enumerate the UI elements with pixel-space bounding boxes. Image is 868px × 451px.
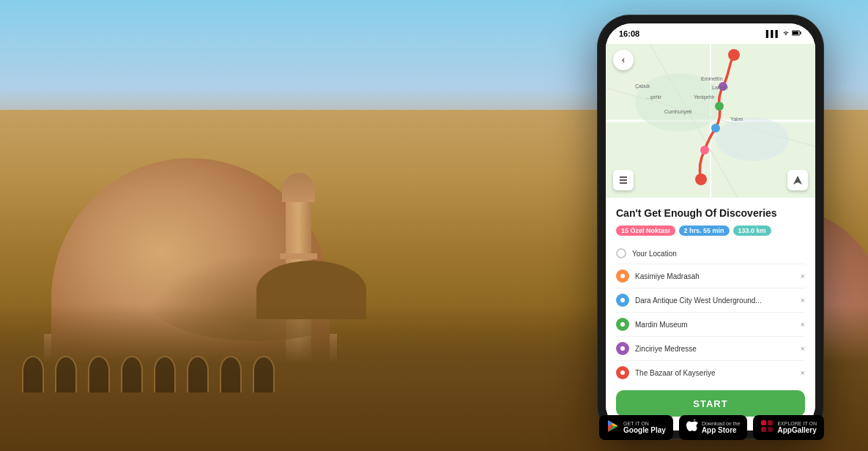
svg-text:Eminettîn: Eminettîn bbox=[701, 76, 723, 81]
svg-text:Yenişehir: Yenişehir bbox=[694, 94, 715, 100]
app-gallery-button[interactable]: EXPLORE IT ON AppGallery bbox=[753, 415, 824, 440]
app-store-text: Download on the App Store bbox=[702, 421, 741, 435]
svg-text:Çabuk: Çabuk bbox=[635, 83, 650, 89]
svg-point-28 bbox=[620, 322, 625, 327]
google-play-text: GET IT ON Google Play bbox=[623, 421, 666, 435]
svg-point-27 bbox=[620, 298, 625, 302]
stat-badge-stops: 15 Özel Noktası bbox=[616, 225, 675, 236]
signal-icon: ▌▌▌ bbox=[766, 30, 780, 37]
svg-rect-37 bbox=[768, 420, 773, 425]
location-marker-3 bbox=[616, 318, 629, 331]
map-back-button[interactable]: ‹ bbox=[613, 50, 634, 70]
status-icons: ▌▌▌ bbox=[766, 30, 802, 37]
svg-text:Cumhuriyeti: Cumhuriyeti bbox=[664, 109, 692, 115]
location-item-start: Your Location bbox=[616, 243, 805, 264]
location-name-4: Zinciriye Medresse bbox=[635, 345, 795, 353]
svg-text:...şehir: ...şehir bbox=[646, 94, 662, 100]
svg-rect-25 bbox=[620, 182, 627, 184]
svg-marker-22 bbox=[793, 176, 802, 184]
route-title: Can't Get Enough Of Discoveries bbox=[616, 206, 805, 220]
app-gallery-text: EXPLORE IT ON AppGallery bbox=[777, 421, 817, 435]
svg-point-8 bbox=[716, 117, 789, 161]
svg-point-9 bbox=[695, 174, 707, 185]
stat-badge-distance: 133.0 km bbox=[733, 225, 771, 236]
app-stores: GET IT ON Google Play Download on the Ap… bbox=[599, 415, 824, 440]
stat-badge-time: 2 hrs. 55 min bbox=[679, 225, 730, 236]
location-marker-4 bbox=[616, 342, 629, 355]
map-svg: Cumhuriyeti Yenişehir Latifiye Eminettîn… bbox=[606, 44, 815, 198]
location-item-4: Zinciriye Medresse × bbox=[616, 337, 805, 361]
map-controls bbox=[787, 170, 808, 190]
location-remove-4[interactable]: × bbox=[801, 344, 805, 353]
location-marker-2 bbox=[616, 294, 629, 307]
svg-text:Latifiye: Latifiye bbox=[712, 85, 728, 91]
location-marker-empty bbox=[616, 248, 626, 258]
map-area: Cumhuriyeti Yenişehir Latifiye Eminettîn… bbox=[606, 44, 815, 198]
svg-point-26 bbox=[620, 274, 625, 278]
map-navigate-button[interactable] bbox=[787, 170, 808, 190]
phone-mockup: 16:08 ▌▌▌ bbox=[597, 15, 824, 439]
svg-rect-24 bbox=[620, 179, 627, 181]
route-panel: Can't Get Enough Of Discoveries 15 Özel … bbox=[606, 198, 815, 425]
location-marker-5 bbox=[616, 366, 629, 379]
svg-point-14 bbox=[728, 49, 740, 61]
svg-point-29 bbox=[620, 346, 625, 351]
location-item-5: The Bazaar of Kayseriye × bbox=[616, 361, 805, 384]
svg-rect-1 bbox=[793, 31, 798, 34]
google-play-icon bbox=[607, 420, 620, 436]
location-item-1: Kasimiye Madrasah × bbox=[616, 264, 805, 288]
location-name-3: Mardin Museum bbox=[635, 321, 795, 329]
svg-rect-39 bbox=[768, 427, 773, 432]
location-remove-5[interactable]: × bbox=[801, 368, 805, 377]
location-name-1: Kasimiye Madrasah bbox=[635, 272, 795, 280]
phone-screen: 16:08 ▌▌▌ bbox=[606, 23, 815, 430]
apple-icon bbox=[686, 420, 698, 436]
wifi-icon bbox=[782, 30, 790, 37]
svg-rect-23 bbox=[620, 176, 627, 178]
svg-point-7 bbox=[635, 73, 723, 132]
location-item-2: Dara Antique City West Underground... × bbox=[616, 288, 805, 313]
arch-row bbox=[22, 356, 275, 392]
svg-rect-36 bbox=[761, 420, 766, 425]
location-name-5: The Bazaar of Kayseriye bbox=[635, 369, 795, 377]
start-button[interactable]: START bbox=[616, 390, 805, 417]
stats-row: 15 Özel Noktası 2 hrs. 55 min 133.0 km bbox=[616, 225, 805, 236]
location-remove-1[interactable]: × bbox=[801, 272, 805, 280]
location-marker-1 bbox=[616, 269, 629, 283]
location-name-start: Your Location bbox=[632, 250, 805, 258]
battery-icon bbox=[792, 30, 802, 37]
svg-point-10 bbox=[700, 146, 709, 154]
app-gallery-icon bbox=[760, 420, 774, 436]
svg-point-12 bbox=[715, 102, 724, 111]
map-layers-button[interactable] bbox=[613, 170, 634, 190]
location-name-2: Dara Antique City West Underground... bbox=[635, 297, 795, 305]
status-bar: 16:08 ▌▌▌ bbox=[606, 23, 815, 44]
location-item-3: Mardin Museum × bbox=[616, 313, 805, 337]
location-remove-2[interactable]: × bbox=[801, 296, 805, 305]
svg-rect-38 bbox=[761, 427, 766, 432]
svg-text:Yalım: Yalım bbox=[730, 116, 743, 122]
phone-frame: 16:08 ▌▌▌ bbox=[597, 15, 824, 439]
svg-point-11 bbox=[711, 124, 720, 133]
app-store-button[interactable]: Download on the App Store bbox=[679, 415, 748, 440]
status-time: 16:08 bbox=[619, 29, 639, 38]
location-remove-3[interactable]: × bbox=[801, 320, 805, 329]
google-play-button[interactable]: GET IT ON Google Play bbox=[599, 415, 673, 440]
svg-point-30 bbox=[620, 370, 625, 375]
